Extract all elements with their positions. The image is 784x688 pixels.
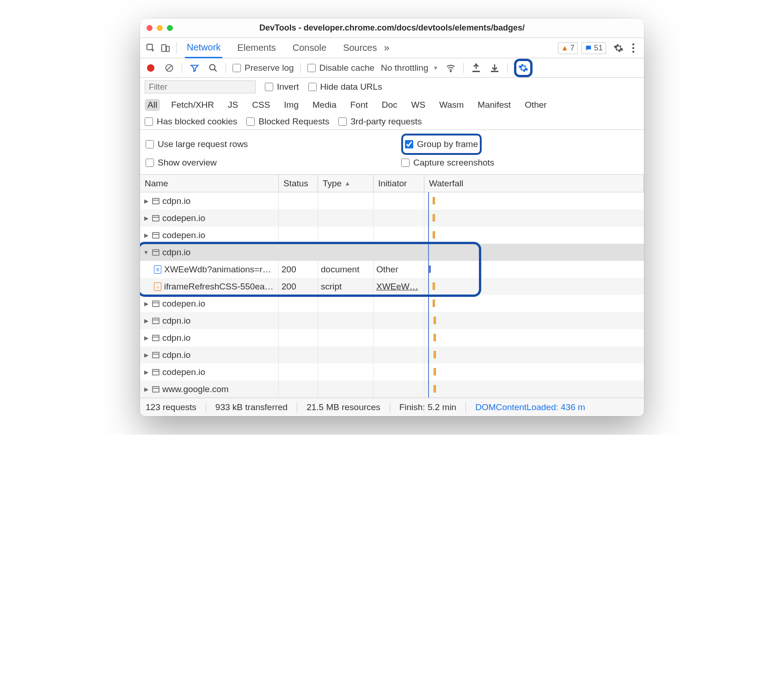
close-window[interactable] xyxy=(147,25,153,31)
frame-group-row[interactable]: ▶www.google.com xyxy=(140,381,644,398)
frame-group-row[interactable]: ▶codepen.io xyxy=(140,295,644,312)
divider xyxy=(206,402,206,412)
blocked-requests-checkbox[interactable]: Blocked Requests xyxy=(246,117,329,127)
waterfall-bar xyxy=(434,351,436,358)
filter-type-css[interactable]: CSS xyxy=(249,99,273,111)
filter-type-doc[interactable]: Doc xyxy=(379,99,400,111)
capture-screenshots-checkbox[interactable]: Capture screenshots xyxy=(401,155,638,171)
col-waterfall[interactable]: Waterfall xyxy=(424,175,644,192)
tab-elements[interactable]: Elements xyxy=(235,38,277,58)
waterfall-bar xyxy=(433,214,435,221)
row-initiator xyxy=(374,227,424,244)
row-waterfall xyxy=(424,227,644,244)
filter-type-img[interactable]: Img xyxy=(281,99,301,111)
waterfall-marker xyxy=(428,278,429,295)
warnings-badge[interactable]: ▲ 7 xyxy=(558,42,578,54)
tab-network[interactable]: Network xyxy=(185,38,222,58)
frame-group-row[interactable]: ▶codepen.io xyxy=(140,209,644,227)
hide-data-urls-checkbox[interactable]: Hide data URLs xyxy=(308,82,382,92)
network-conditions-icon[interactable] xyxy=(445,62,457,74)
messages-badge[interactable]: 51 xyxy=(582,42,606,54)
more-tabs-icon[interactable]: » xyxy=(380,41,394,55)
chevron-right-icon[interactable]: ▶ xyxy=(143,232,149,239)
frame-group-row[interactable]: ▶cdpn.io xyxy=(140,329,644,346)
tab-console[interactable]: Console xyxy=(291,38,328,58)
waterfall-marker xyxy=(428,346,429,363)
row-type xyxy=(318,295,374,312)
row-type: script xyxy=(318,278,374,295)
invert-label: Invert xyxy=(277,82,299,92)
request-row[interactable]: ⬦iframeRefreshCSS-550ea…200scriptXWEeW… xyxy=(140,278,644,295)
request-row[interactable]: ≡XWEeWdb?animations=ru…200documentOther xyxy=(140,261,644,278)
chevron-right-icon[interactable]: ▶ xyxy=(143,198,149,204)
col-name[interactable]: Name xyxy=(140,175,279,192)
divider xyxy=(182,63,182,73)
filter-type-all[interactable]: All xyxy=(145,99,160,111)
disable-cache-checkbox[interactable]: Disable cache xyxy=(307,63,374,73)
filter-input[interactable] xyxy=(145,80,256,93)
search-icon[interactable] xyxy=(207,62,219,74)
chevron-down-icon[interactable]: ▼ xyxy=(143,249,149,256)
filter-type-media[interactable]: Media xyxy=(310,99,339,111)
frame-group-row[interactable]: ▼cdpn.io xyxy=(140,244,644,261)
col-initiator[interactable]: Initiator xyxy=(374,175,424,192)
filter-toggle-icon[interactable] xyxy=(189,62,201,74)
waterfall-bar xyxy=(434,317,436,324)
frame-icon xyxy=(152,335,159,341)
device-toolbar-icon[interactable] xyxy=(159,41,172,55)
divider xyxy=(463,63,464,73)
filter-type-js[interactable]: JS xyxy=(225,99,241,111)
group-by-frame-checkbox[interactable]: Group by frame xyxy=(405,136,478,152)
preserve-log-checkbox[interactable]: Preserve log xyxy=(233,63,294,73)
waterfall-bar xyxy=(433,283,435,290)
chevron-right-icon[interactable]: ▶ xyxy=(143,318,149,324)
network-settings-icon[interactable] xyxy=(517,62,529,74)
frame-group-row[interactable]: ▶cdpn.io xyxy=(140,312,644,329)
chevron-right-icon[interactable]: ▶ xyxy=(143,369,149,375)
export-har-icon[interactable] xyxy=(489,62,501,74)
disable-cache-label: Disable cache xyxy=(319,63,374,73)
frame-group-row[interactable]: ▶cdpn.io xyxy=(140,192,644,209)
filter-type-wasm[interactable]: Wasm xyxy=(436,99,466,111)
kebab-menu-icon[interactable] xyxy=(626,41,640,55)
show-overview-checkbox[interactable]: Show overview xyxy=(146,155,383,171)
inspect-element-icon[interactable] xyxy=(144,41,158,55)
minimize-window[interactable] xyxy=(157,25,163,31)
tab-sources[interactable]: Sources xyxy=(341,38,379,58)
has-blocked-cookies-checkbox[interactable]: Has blocked cookies xyxy=(145,117,237,127)
large-rows-checkbox[interactable]: Use large request rows xyxy=(146,134,383,155)
filter-type-other[interactable]: Other xyxy=(522,99,550,111)
chevron-right-icon[interactable]: ▶ xyxy=(143,335,149,341)
chevron-right-icon[interactable]: ▶ xyxy=(143,352,149,358)
frame-group-row[interactable]: ▶codepen.io xyxy=(140,363,644,381)
chevron-right-icon[interactable]: ▶ xyxy=(143,301,149,307)
row-initiator xyxy=(374,192,424,209)
divider xyxy=(176,42,177,54)
throttling-select[interactable]: No throttling ▼ xyxy=(381,63,438,73)
record-button[interactable] xyxy=(145,62,157,74)
filter-type-ws[interactable]: WS xyxy=(409,99,429,111)
waterfall-bar xyxy=(434,334,436,341)
row-initiator xyxy=(374,346,424,363)
col-type[interactable]: Type▲ xyxy=(318,175,374,192)
frame-group-row[interactable]: ▶codepen.io xyxy=(140,227,644,244)
chevron-right-icon[interactable]: ▶ xyxy=(143,386,149,393)
third-party-checkbox[interactable]: 3rd-party requests xyxy=(338,117,422,127)
filter-type-font[interactable]: Font xyxy=(348,99,371,111)
settings-icon[interactable] xyxy=(612,41,625,55)
maximize-window[interactable] xyxy=(167,25,173,31)
waterfall-bar xyxy=(429,265,431,273)
chevron-right-icon[interactable]: ▶ xyxy=(143,215,149,221)
frame-group-row[interactable]: ▶cdpn.io xyxy=(140,346,644,363)
large-rows-label: Use large request rows xyxy=(158,139,248,149)
waterfall-marker xyxy=(428,227,429,244)
filter-type-manifest[interactable]: Manifest xyxy=(475,99,514,111)
col-status[interactable]: Status xyxy=(279,175,318,192)
svg-point-9 xyxy=(210,64,215,70)
clear-button[interactable] xyxy=(163,62,175,74)
waterfall-marker xyxy=(428,209,429,227)
filter-type-fetch-xhr[interactable]: Fetch/XHR xyxy=(168,99,217,111)
row-initiator[interactable]: XWEeW… xyxy=(374,278,424,295)
invert-checkbox[interactable]: Invert xyxy=(265,82,299,92)
import-har-icon[interactable] xyxy=(470,62,482,74)
